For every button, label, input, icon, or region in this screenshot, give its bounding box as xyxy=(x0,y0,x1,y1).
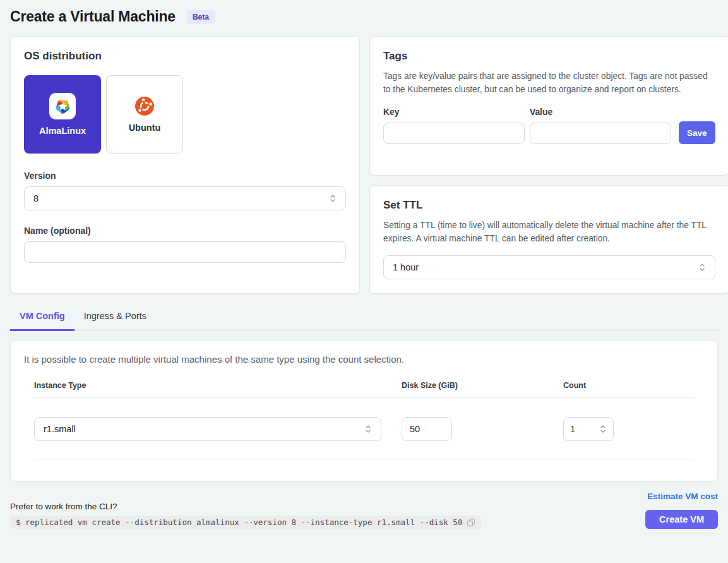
save-tag-button[interactable]: Save xyxy=(679,121,715,144)
vm-table-header: Instance Type Disk Size (GiB) Count xyxy=(34,381,694,390)
os-tile-label-ubuntu: Ubuntu xyxy=(129,123,161,133)
cli-block: Prefer to work from the CLI? $ replicate… xyxy=(10,502,645,529)
count-stepper[interactable]: 1 xyxy=(563,417,614,441)
version-label: Version xyxy=(24,171,346,181)
page-footer: Prefer to work from the CLI? $ replicate… xyxy=(10,492,718,529)
create-vm-page: Create a Virtual Machine Beta OS distrib… xyxy=(0,0,728,529)
version-select-value: 8 xyxy=(33,193,329,203)
tags-card: Tags Tags are key/value pairs that are a… xyxy=(369,36,728,176)
os-tile-ubuntu[interactable]: Ubuntu xyxy=(106,75,183,154)
vm-table: Instance Type Disk Size (GiB) Count r1.s… xyxy=(24,381,704,459)
page-title: Create a Virtual Machine xyxy=(10,8,176,25)
vm-config-card: It is possible to create multiple virtua… xyxy=(10,340,718,481)
instance-type-cell: r1.small xyxy=(34,417,402,441)
ttl-select[interactable]: 1 hour xyxy=(383,255,715,279)
os-tiles: AlmaLinux xyxy=(24,75,346,154)
os-tile-almalinux[interactable]: AlmaLinux xyxy=(24,75,101,154)
disk-size-input[interactable] xyxy=(402,417,452,441)
tag-key-input[interactable] xyxy=(383,123,525,144)
chevron-updown-icon xyxy=(329,193,337,204)
stepper-updown-icon[interactable] xyxy=(599,423,607,435)
os-distribution-card: OS distribution xyxy=(10,36,360,294)
tags-heading: Tags xyxy=(383,50,715,63)
set-ttl-card: Set TTL Setting a TTL (time to live) wil… xyxy=(369,185,728,294)
instance-type-select[interactable]: r1.small xyxy=(34,417,381,441)
table-row: r1.small 1 xyxy=(34,417,694,441)
tag-value-label: Value xyxy=(530,107,552,117)
create-vm-button[interactable]: Create VM xyxy=(645,510,718,529)
tag-form: Key Value Save xyxy=(383,106,715,144)
chevron-updown-icon xyxy=(364,423,372,435)
page-header: Create a Virtual Machine Beta xyxy=(10,8,718,25)
disk-size-cell xyxy=(402,417,563,441)
ttl-select-value: 1 hour xyxy=(393,262,698,272)
vm-name-label: Name (optional) xyxy=(24,226,346,236)
cli-prompt-text: Prefer to work from the CLI? xyxy=(10,502,645,511)
os-tile-label-almalinux: AlmaLinux xyxy=(39,126,86,136)
tags-description: Tags are key/value pairs that are assign… xyxy=(383,70,715,96)
tag-value-group: Value xyxy=(530,106,671,144)
col-header-instance-type: Instance Type xyxy=(34,381,402,390)
right-column: Tags Tags are key/value pairs that are a… xyxy=(369,36,728,294)
ubuntu-icon xyxy=(134,96,155,116)
tag-key-label: Key xyxy=(383,107,399,117)
version-select[interactable]: 8 xyxy=(24,186,346,210)
cli-command-bar: $ replicated vm create --distribution al… xyxy=(10,516,481,529)
tab-bar: VM Config Ingress & Ports xyxy=(10,305,718,331)
instance-type-value: r1.small xyxy=(44,424,364,434)
count-value: 1 xyxy=(570,424,599,434)
ttl-description: Setting a TTL (time to live) will automa… xyxy=(383,219,715,245)
estimate-vm-cost-link[interactable]: Estimate VM cost xyxy=(647,492,718,501)
tag-key-group: Key xyxy=(383,106,525,144)
tab-vm-config[interactable]: VM Config xyxy=(10,305,75,331)
vm-config-intro: It is possible to create multiple virtua… xyxy=(24,354,704,365)
footer-actions: Estimate VM cost Create VM xyxy=(645,492,718,529)
table-header-divider xyxy=(34,397,694,398)
tab-ingress-ports[interactable]: Ingress & Ports xyxy=(75,305,156,331)
beta-badge: Beta xyxy=(187,10,215,24)
col-header-count: Count xyxy=(563,381,694,390)
top-cards-row: OS distribution xyxy=(10,36,718,294)
vm-name-input[interactable] xyxy=(24,241,346,263)
copy-icon[interactable] xyxy=(467,518,475,527)
os-card-heading: OS distribution xyxy=(24,50,346,63)
ttl-heading: Set TTL xyxy=(383,199,715,212)
table-row-divider xyxy=(34,459,694,459)
col-header-disk-size: Disk Size (GiB) xyxy=(402,381,563,390)
cli-command-text: $ replicated vm create --distribution al… xyxy=(16,518,462,527)
almalinux-icon xyxy=(49,93,76,119)
tag-value-input[interactable] xyxy=(530,123,671,144)
chevron-updown-icon xyxy=(698,262,706,273)
count-cell: 1 xyxy=(563,417,694,441)
